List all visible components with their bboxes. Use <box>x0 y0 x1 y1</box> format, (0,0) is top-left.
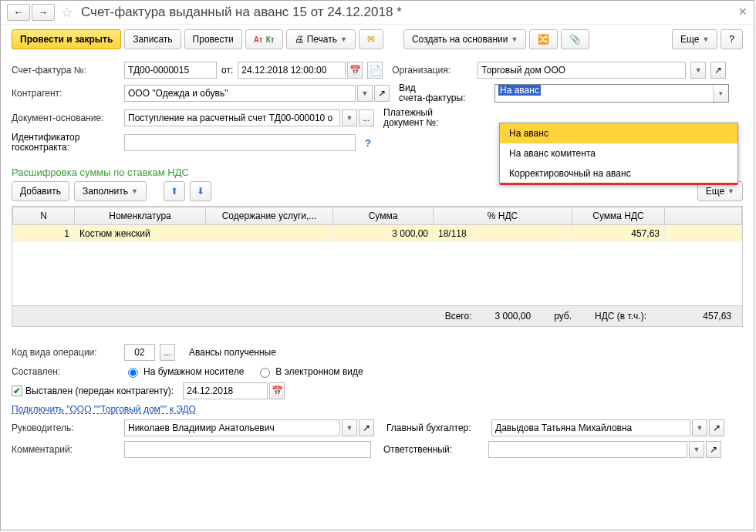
responsible-open-button[interactable]: ↗ <box>706 441 721 458</box>
counterparty-open-button[interactable]: ↗ <box>374 85 390 102</box>
issued-calendar-button[interactable]: 📅 <box>269 382 285 399</box>
back-button[interactable]: ← <box>7 4 30 21</box>
cell-sum: 3 000,00 <box>333 225 434 243</box>
director-label: Руководитель: <box>12 423 120 433</box>
add-button[interactable]: Добавить <box>12 181 69 201</box>
totals-bar: Всего: 3 000,00 руб. НДС (в т.ч.): 457,6… <box>12 306 743 327</box>
cell-vatsum: 457,63 <box>572 225 665 243</box>
opcode-label: Код вида операции: <box>12 347 120 358</box>
date-field[interactable] <box>238 62 346 79</box>
director-dropdown-button[interactable]: ▼ <box>342 419 357 436</box>
accountant-dropdown-button[interactable]: ▼ <box>692 419 707 436</box>
director-field[interactable] <box>124 419 340 436</box>
radio-paper[interactable] <box>128 368 138 378</box>
col-desc[interactable]: Содержание услуги,... <box>206 207 333 225</box>
issued-date-field[interactable] <box>183 382 268 399</box>
move-down-button[interactable]: ⬇ <box>190 181 211 201</box>
opcode-select-button[interactable]: ... <box>160 344 175 361</box>
col-vatrate[interactable]: % НДС <box>434 207 572 225</box>
create-based-button[interactable]: Создать на основании▼ <box>403 29 526 49</box>
total-label: Всего: <box>445 311 472 322</box>
post-and-close-button[interactable]: Провести и закрыть <box>12 29 121 49</box>
govid-field[interactable] <box>124 134 356 151</box>
open-icon: ↗ <box>363 423 370 433</box>
invoice-type-dropdown[interactable]: На аванс На аванс комитента Корректирово… <box>499 123 738 184</box>
calendar-button[interactable]: 📅 <box>347 62 363 79</box>
comment-field[interactable] <box>124 441 371 458</box>
open-icon: ↗ <box>378 88 386 99</box>
invoice-type-dropdown-button[interactable]: ▾ <box>713 85 728 102</box>
col-vatsum[interactable]: Сумма НДС <box>572 207 665 225</box>
invoice-no-label: Счет-фактура №: <box>12 65 120 76</box>
col-n[interactable]: N <box>13 207 75 225</box>
post-button[interactable]: Провести <box>184 29 242 49</box>
radio-elec[interactable] <box>260 368 270 378</box>
dropdown-option-3-label: Корректировочный на аванс <box>509 168 631 179</box>
fill-button[interactable]: Заполнить▼ <box>74 181 147 201</box>
dropdown-option-3[interactable]: Корректировочный на аванс <box>500 163 737 184</box>
printer-icon: 🖨 <box>295 34 304 45</box>
structure-button[interactable]: 🔀 <box>529 29 558 49</box>
move-up-button[interactable]: ⬆ <box>164 181 185 201</box>
lock-icon: 📄 <box>370 65 381 76</box>
composed-label: Составлен: <box>12 366 120 377</box>
favorite-star-icon[interactable]: ☆ <box>61 4 73 21</box>
more-button[interactable]: Еще▼ <box>672 29 717 49</box>
dropdown-option-2[interactable]: На аванс комитента <box>500 143 737 163</box>
counterparty-label: Контрагент: <box>12 88 120 99</box>
cell-vatrate: 18/118 <box>434 225 572 243</box>
help-button[interactable]: ? <box>721 29 743 49</box>
responsible-field[interactable] <box>488 441 687 458</box>
org-dropdown-button[interactable]: ▼ <box>690 62 706 79</box>
counterparty-dropdown-button[interactable]: ▼ <box>357 85 373 102</box>
vat-table[interactable]: N Номенклатура Содержание услуги,... Сум… <box>12 206 743 306</box>
add-label: Добавить <box>20 186 61 197</box>
govid-help-icon[interactable]: ? <box>365 137 371 149</box>
issued-checkbox[interactable]: ✔ Выставлен (передан контрагенту): <box>12 386 174 396</box>
col-spacer <box>665 207 742 225</box>
open-icon: ↗ <box>710 444 717 455</box>
save-button[interactable]: Записать <box>124 29 181 49</box>
director-open-button[interactable]: ↗ <box>359 419 374 436</box>
composed-elec-radio[interactable]: В электронном виде <box>256 365 363 378</box>
fill-label: Заполнить <box>83 186 128 197</box>
invoice-type-field[interactable]: На аванс <box>495 85 711 102</box>
accountant-label: Главный бухгалтер: <box>386 423 487 433</box>
edo-link[interactable]: Подключить "ООО ""Торговый дом"" к ЭДО <box>12 404 196 415</box>
responsible-dropdown-button[interactable]: ▼ <box>689 441 704 458</box>
org-field[interactable] <box>478 62 686 79</box>
invoice-type-value: На аванс <box>498 85 541 96</box>
issued-label: Выставлен (передан контрагенту): <box>25 386 174 396</box>
close-icon[interactable]: ✕ <box>738 5 748 18</box>
total-value: 3 000,00 <box>494 311 531 322</box>
col-item[interactable]: Номенклатура <box>75 207 206 225</box>
forward-button[interactable]: → <box>32 4 55 21</box>
more-label: Еще <box>680 34 699 45</box>
dtkt-button[interactable]: АтКт <box>245 29 283 49</box>
chevron-down-icon: ▼ <box>695 66 702 74</box>
paperclip-icon: 📎 <box>569 34 581 45</box>
dropdown-option-1[interactable]: На аванс <box>500 123 737 143</box>
responsible-label: Ответственный: <box>383 444 484 455</box>
accountant-field[interactable] <box>491 419 690 436</box>
table-more-label: Еще <box>706 186 724 197</box>
chevron-down-icon: ▼ <box>702 35 709 43</box>
cell-item: Костюм женский <box>75 225 206 243</box>
invoice-no-field[interactable] <box>124 62 217 79</box>
email-button[interactable]: ✉ <box>359 29 383 49</box>
table-row[interactable]: 1 Костюм женский 3 000,00 18/118 457,63 <box>13 225 742 243</box>
counterparty-field[interactable] <box>124 85 356 102</box>
col-sum[interactable]: Сумма <box>333 207 434 225</box>
docbasis-select-button[interactable]: ... <box>359 109 374 126</box>
org-open-button[interactable]: ↗ <box>710 62 726 79</box>
docbasis-field[interactable] <box>124 109 340 126</box>
opcode-field[interactable] <box>124 344 155 361</box>
attach-button[interactable]: 📎 <box>561 29 589 49</box>
org-label: Организация: <box>392 65 473 76</box>
lock-button[interactable]: 📄 <box>367 62 383 79</box>
print-button[interactable]: 🖨Печать▼ <box>286 29 356 49</box>
docbasis-dropdown-button[interactable]: ▼ <box>342 109 357 126</box>
accountant-open-button[interactable]: ↗ <box>709 419 724 436</box>
vat-value: 457,63 <box>670 311 731 322</box>
composed-paper-radio[interactable]: На бумажном носителе <box>124 365 244 378</box>
